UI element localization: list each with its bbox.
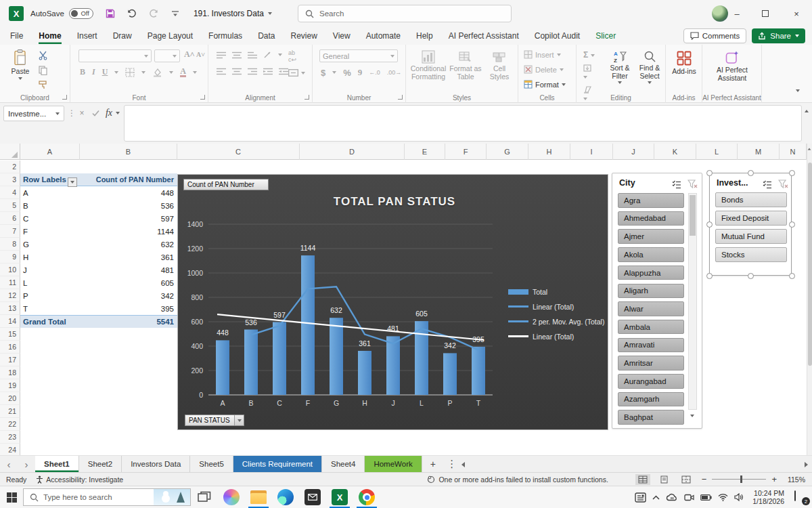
italic-icon[interactable]: I [92, 67, 95, 77]
column-header-d[interactable]: D [300, 144, 405, 160]
pivot-row-c[interactable]: C597 [20, 212, 177, 225]
sheet-tab-clients-requirement[interactable]: Clients Requirement [233, 456, 322, 472]
legend-item-total[interactable]: Total [508, 287, 608, 296]
slicer-item-ahmedabad[interactable]: Ahmedabad [618, 211, 684, 226]
onedrive-icon[interactable] [666, 493, 678, 501]
bar-C[interactable] [273, 322, 286, 396]
align-right-icon[interactable] [248, 68, 257, 75]
accounting-format-icon[interactable]: $ [321, 68, 325, 78]
row-header-18[interactable]: 18 [0, 366, 20, 379]
column-header-i[interactable]: I [570, 144, 613, 160]
task-view-icon[interactable] [196, 488, 213, 506]
bar-G[interactable] [330, 318, 343, 395]
multi-select-icon[interactable] [761, 179, 773, 190]
slicer-city[interactable]: City AgraAhmedabadAjmerAkolaAlappuzhaAli… [612, 173, 702, 429]
alignment-dialog-launcher[interactable] [304, 95, 309, 100]
widgets-icon[interactable] [635, 492, 646, 503]
selection-handle[interactable] [748, 170, 754, 176]
row-header-7[interactable]: 7 [0, 225, 20, 238]
bar-J[interactable] [386, 336, 400, 395]
collapse-formula-bar-icon[interactable] [805, 110, 809, 112]
selection-handle[interactable] [706, 170, 713, 176]
accessibility-status[interactable]: Accessibility: Investigate [36, 475, 123, 484]
row-labels-filter-icon[interactable] [68, 177, 77, 187]
percent-style-icon[interactable]: % [343, 68, 351, 78]
insert-cells-button[interactable]: Insert [524, 50, 561, 59]
underline-icon[interactable]: U [102, 67, 108, 77]
legend-item-linear-total[interactable]: Linear (Total) [508, 302, 608, 311]
fill-icon[interactable] [583, 64, 595, 81]
menu-tab-view[interactable]: View [333, 28, 351, 44]
collapse-ribbon-icon[interactable] [796, 89, 800, 92]
column-header-a[interactable]: A [20, 144, 80, 160]
row-header-22[interactable]: 22 [0, 418, 20, 431]
row-header-19[interactable]: 19 [0, 379, 20, 392]
row-header-17[interactable]: 17 [0, 354, 20, 366]
page-break-preview-icon[interactable] [679, 474, 694, 485]
undo-icon[interactable] [126, 7, 138, 20]
menu-tab-automate[interactable]: Automate [366, 28, 401, 44]
hidden-icons-chevron-icon[interactable] [652, 495, 660, 500]
scroll-up-icon[interactable] [808, 148, 811, 150]
wrap-text-icon[interactable]: abc↩ [288, 49, 296, 63]
sheet-tab-sheet2[interactable]: Sheet2 [79, 456, 122, 472]
column-header-j[interactable]: J [613, 144, 654, 160]
menu-tab-copilot-audit[interactable]: Copilot Audit [535, 28, 580, 44]
bar-B[interactable] [244, 330, 258, 396]
row-header-13[interactable]: 13 [0, 302, 20, 315]
row-header-2[interactable]: 2 [0, 161, 20, 173]
cut-icon[interactable] [38, 50, 48, 60]
slicer-item-alwar[interactable]: Alwar [618, 301, 684, 316]
scroll-left-icon[interactable] [461, 462, 465, 467]
minimize-button[interactable]: – [723, 0, 751, 27]
copy-icon[interactable] [38, 65, 48, 75]
column-header-k[interactable]: K [654, 144, 696, 160]
save-icon[interactable] [104, 7, 116, 20]
bar-H[interactable] [358, 351, 371, 395]
zoom-in-icon[interactable]: + [771, 474, 777, 484]
column-header-f[interactable]: F [445, 144, 487, 160]
font-name-combo[interactable] [78, 49, 152, 62]
bar-T[interactable] [472, 347, 485, 395]
row-header-3[interactable]: 3 [0, 173, 20, 186]
volume-icon[interactable] [734, 493, 744, 501]
edge-icon[interactable] [277, 488, 294, 506]
sheet-tab-sheet1[interactable]: Sheet1 [35, 456, 79, 472]
slicer-item-amravati[interactable]: Amravati [618, 338, 684, 353]
insert-function-icon[interactable]: fx [103, 107, 115, 119]
row-header-9[interactable]: 9 [0, 251, 20, 263]
autosave-toggle[interactable]: Off [69, 8, 93, 19]
column-header-e[interactable]: E [405, 144, 445, 160]
new-sheet-button[interactable]: + [422, 456, 444, 472]
column-header-c[interactable]: C [177, 144, 300, 160]
font-dialog-launcher[interactable] [200, 95, 205, 100]
slicer-item-amritsar[interactable]: Amritsar [618, 356, 684, 371]
menu-tab-home[interactable]: Home [39, 28, 61, 44]
chart-legend[interactable]: TotalLinear (Total)2 per. Mov. Avg. (Tot… [508, 287, 608, 347]
excel-app-icon[interactable] [9, 6, 24, 21]
row-header-15[interactable]: 15 [0, 328, 20, 341]
chrome-icon[interactable] [358, 488, 376, 506]
menu-tab-slicer[interactable]: Slicer [595, 28, 616, 44]
menu-tab-help[interactable]: Help [416, 28, 433, 44]
pivot-chart[interactable]: 0200400600800100012001400448A536B597C114… [177, 174, 608, 430]
column-header-h[interactable]: H [528, 144, 570, 160]
field-button-dropdown-icon[interactable] [234, 415, 244, 425]
bar-F[interactable] [301, 255, 315, 395]
pivot-row-f[interactable]: F1144 [20, 225, 177, 238]
sheet-tab-investors-data[interactable]: Investors Data [122, 456, 190, 472]
select-all-corner[interactable] [0, 144, 20, 160]
slicer-item-akola[interactable]: Akola [618, 247, 684, 262]
format-painter-icon[interactable] [38, 80, 48, 90]
legend-item-linear-total[interactable]: Linear (Total) [508, 332, 608, 341]
pivot-row-b[interactable]: B536 [20, 199, 177, 212]
menu-tab-review[interactable]: Review [290, 28, 317, 44]
autosum-icon[interactable]: Σ [583, 50, 595, 60]
formula-input[interactable] [124, 105, 802, 142]
column-header-m[interactable]: M [738, 144, 780, 160]
conditional-formatting-button[interactable]: Conditional Formatting [409, 50, 448, 81]
slicer-item-mutual-fund[interactable]: Mutual Fund [715, 229, 787, 244]
row-header-4[interactable]: 4 [0, 186, 20, 199]
chart-title[interactable]: TOTAL PAN STATUS [246, 195, 543, 209]
clear-filter-icon[interactable] [777, 179, 789, 190]
